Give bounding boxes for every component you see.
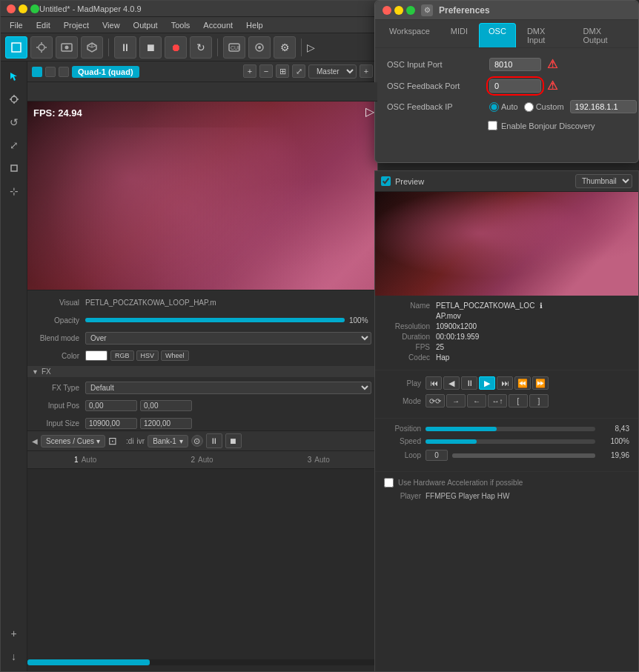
color-swatch[interactable]: [85, 350, 107, 361]
quad-add-plus-btn[interactable]: +: [360, 64, 373, 78]
osc-feedback-port-input[interactable]: [489, 79, 541, 93]
prev-frame-btn[interactable]: ⏮: [426, 376, 442, 390]
import-btn[interactable]: ↓: [4, 646, 24, 667]
skip-fwd-btn[interactable]: ⏩: [532, 376, 549, 390]
loop-start-input[interactable]: [426, 450, 448, 461]
skip-back-btn[interactable]: ⏪: [514, 376, 531, 390]
fx-type-select[interactable]: Default: [85, 382, 371, 394]
input-size-y[interactable]: [140, 418, 192, 429]
position-slider[interactable]: [426, 427, 595, 431]
osc-ip-input[interactable]: [570, 100, 637, 113]
hsv-button[interactable]: HSV: [136, 350, 159, 361]
menu-output[interactable]: Output: [128, 19, 164, 31]
backward-mode-btn[interactable]: ←: [467, 394, 486, 407]
loop-slider[interactable]: [452, 453, 595, 458]
input-size-x[interactable]: [85, 418, 137, 429]
settings-tool-button[interactable]: ⚙: [274, 36, 296, 59]
opacity-track[interactable]: [85, 318, 345, 322]
menu-view[interactable]: View: [96, 19, 126, 31]
bank-pause-btn[interactable]: ⏸: [206, 433, 222, 448]
input-pos-y[interactable]: [140, 400, 192, 411]
preview-checkbox[interactable]: [381, 176, 391, 186]
quad-add-btn[interactable]: +: [243, 64, 256, 78]
bonjour-checkbox[interactable]: [488, 121, 497, 130]
forward-mode-btn[interactable]: →: [446, 394, 466, 407]
timeline-col-3[interactable]: 3 Auto: [261, 451, 377, 468]
viewport-expand-arrow[interactable]: ▷: [365, 104, 374, 119]
crop-tool-btn[interactable]: [4, 158, 24, 179]
rgb-button[interactable]: RGB: [110, 350, 134, 361]
tab-dmx-output[interactable]: DMX Output: [574, 23, 634, 47]
next-btn[interactable]: ⏭: [497, 376, 513, 390]
play-pause-button[interactable]: ⏸: [114, 36, 136, 59]
scale-tool-btn[interactable]: ⤢: [4, 135, 24, 156]
fx-section-header[interactable]: ▼ FX: [27, 366, 377, 377]
blend-mode-select[interactable]: Over: [85, 332, 371, 345]
media-tool-button[interactable]: [56, 36, 78, 59]
loop-mode-btn[interactable]: ⟳⟳: [426, 394, 445, 407]
menu-file[interactable]: File: [4, 19, 29, 31]
wheel-button[interactable]: Wheel: [161, 350, 189, 361]
quad-fit-btn[interactable]: ⤢: [292, 64, 305, 78]
osc-custom-label[interactable]: Custom: [524, 102, 564, 112]
maximize-button[interactable]: [30, 4, 39, 13]
timeline-scrollbar[interactable]: [27, 659, 377, 665]
title-bar-controls[interactable]: [7, 4, 39, 13]
warp-tool-btn[interactable]: ⊹: [4, 181, 24, 202]
tab-osc[interactable]: OSC: [479, 23, 516, 47]
osc-auto-label[interactable]: Auto: [489, 102, 518, 112]
bank-dropdown[interactable]: Bank-1 ▾: [148, 435, 188, 448]
light-tool-button[interactable]: [30, 36, 53, 59]
bank-config-btn[interactable]: ⊙: [191, 435, 203, 447]
prefs-window-controls[interactable]: [383, 6, 415, 15]
osc-custom-radio[interactable]: [524, 102, 534, 112]
osc-input-port-input[interactable]: [489, 58, 541, 71]
menu-tools[interactable]: Tools: [165, 19, 196, 31]
prefs-maximize-btn[interactable]: [406, 6, 415, 15]
cube-tool-button[interactable]: [81, 36, 103, 59]
menu-account[interactable]: Account: [197, 19, 239, 31]
pause-btn[interactable]: ⏸: [461, 376, 477, 390]
prefs-close-btn[interactable]: [383, 6, 391, 15]
stop-button[interactable]: ⏹: [139, 36, 162, 59]
bracket-end-btn[interactable]: ]: [529, 394, 549, 407]
move-tool-btn[interactable]: [4, 89, 24, 110]
scenes-cues-dropdown[interactable]: Scenes / Cues ▾: [41, 435, 105, 448]
timeline-col-2[interactable]: 2 Auto: [144, 451, 260, 468]
fullscreen-arrow[interactable]: ▷: [307, 41, 315, 53]
info-icon-btn[interactable]: ℹ: [540, 302, 543, 310]
select-tool-btn[interactable]: [4, 66, 24, 87]
bounce-mode-btn[interactable]: ↔↑: [488, 394, 507, 407]
play-btn[interactable]: ▶: [479, 376, 495, 390]
minimize-button[interactable]: [19, 4, 27, 13]
tab-workspace[interactable]: Workspace: [380, 23, 440, 47]
add-output-btn[interactable]: +: [4, 623, 24, 644]
bracket-start-btn[interactable]: [: [509, 394, 528, 407]
quad-name-label[interactable]: Quad-1 (quad): [72, 66, 139, 78]
timeline-body[interactable]: [27, 469, 377, 645]
scenes-collapse-icon[interactable]: ◀: [32, 437, 38, 445]
input-pos-x[interactable]: [85, 400, 137, 411]
hw-accel-checkbox[interactable]: [384, 478, 394, 488]
bonjour-label[interactable]: Enable Bonjour Discovery: [488, 121, 595, 130]
prev-btn[interactable]: ◀: [443, 376, 460, 390]
quad-tool-button[interactable]: [5, 36, 27, 59]
quad-remove-btn[interactable]: −: [259, 64, 273, 78]
quad-expand-btn[interactable]: ⊞: [276, 64, 289, 78]
speed-slider[interactable]: [426, 439, 595, 444]
preview-dropdown[interactable]: Thumbnail: [575, 174, 632, 188]
menu-edit[interactable]: Edit: [30, 19, 56, 31]
prefs-minimize-btn[interactable]: [394, 6, 403, 15]
master-dropdown[interactable]: Master: [308, 64, 357, 79]
rotate-tool-btn[interactable]: ↺: [4, 112, 24, 133]
record-button[interactable]: ⏺: [165, 36, 187, 59]
opacity-slider[interactable]: 100%: [85, 316, 371, 325]
preview-button[interactable]: [248, 36, 271, 59]
bank-stop-btn[interactable]: ⏹: [225, 433, 242, 448]
scenes-expand-icon[interactable]: ⊡: [108, 435, 117, 447]
loop-button[interactable]: ↻: [190, 36, 212, 59]
close-button[interactable]: [7, 4, 16, 13]
tab-midi[interactable]: MIDI: [441, 23, 477, 47]
tab-dmx-input[interactable]: DMX Input: [517, 23, 572, 47]
timeline-col-1[interactable]: 1 Auto: [27, 451, 144, 468]
